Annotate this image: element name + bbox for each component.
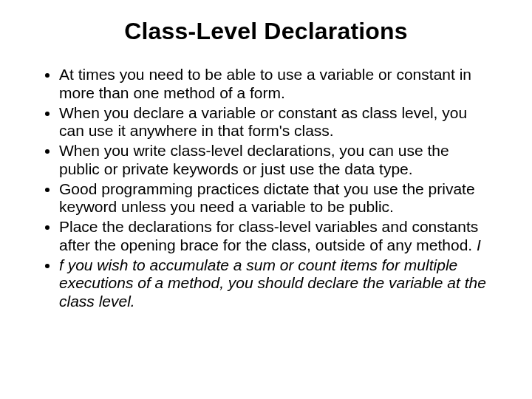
list-item: When you write class-level declarations,… xyxy=(59,142,491,179)
list-item: Place the declarations for class-level v… xyxy=(59,218,491,255)
bullet-text: At times you need to be able to use a va… xyxy=(59,66,471,101)
bullet-text: Place the declarations for class-level v… xyxy=(59,218,478,253)
bullet-text: When you declare a variable or constant … xyxy=(59,104,467,140)
slide: Class-Level Declarations At times you ne… xyxy=(0,0,532,399)
bullet-list: At times you need to be able to use a va… xyxy=(41,66,491,311)
bullet-text-italic: f you wish to accumulate a sum or count … xyxy=(59,256,486,310)
list-item: When you declare a variable or constant … xyxy=(59,104,491,141)
list-item: At times you need to be able to use a va… xyxy=(59,66,491,103)
slide-title: Class-Level Declarations xyxy=(41,18,491,45)
list-item: Good programming practices dictate that … xyxy=(59,180,491,217)
bullet-text: Good programming practices dictate that … xyxy=(59,180,475,216)
bullet-text-italic: I xyxy=(477,236,481,253)
bullet-text: When you write class-level declarations,… xyxy=(59,142,449,177)
list-item: f you wish to accumulate a sum or count … xyxy=(59,256,491,311)
